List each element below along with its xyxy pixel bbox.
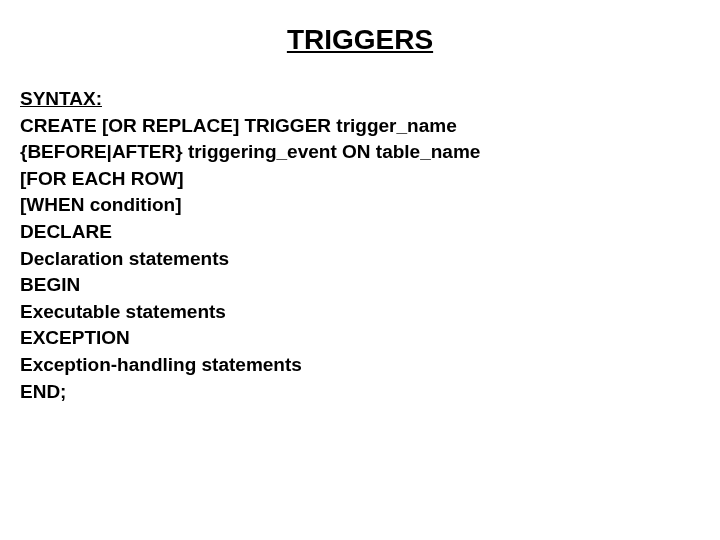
syntax-line: EXCEPTION: [20, 325, 700, 352]
syntax-label: SYNTAX:: [20, 86, 700, 113]
syntax-block: SYNTAX: CREATE [OR REPLACE] TRIGGER trig…: [20, 86, 700, 405]
syntax-line: [FOR EACH ROW]: [20, 166, 700, 193]
page-title: TRIGGERS: [20, 24, 700, 56]
syntax-line: Declaration statements: [20, 246, 700, 273]
syntax-line: END;: [20, 379, 700, 406]
syntax-line: BEGIN: [20, 272, 700, 299]
syntax-line: DECLARE: [20, 219, 700, 246]
syntax-line: Exception-handling statements: [20, 352, 700, 379]
syntax-line: {BEFORE|AFTER} triggering_event ON table…: [20, 139, 700, 166]
syntax-line: Executable statements: [20, 299, 700, 326]
syntax-line: [WHEN condition]: [20, 192, 700, 219]
syntax-line: CREATE [OR REPLACE] TRIGGER trigger_name: [20, 113, 700, 140]
